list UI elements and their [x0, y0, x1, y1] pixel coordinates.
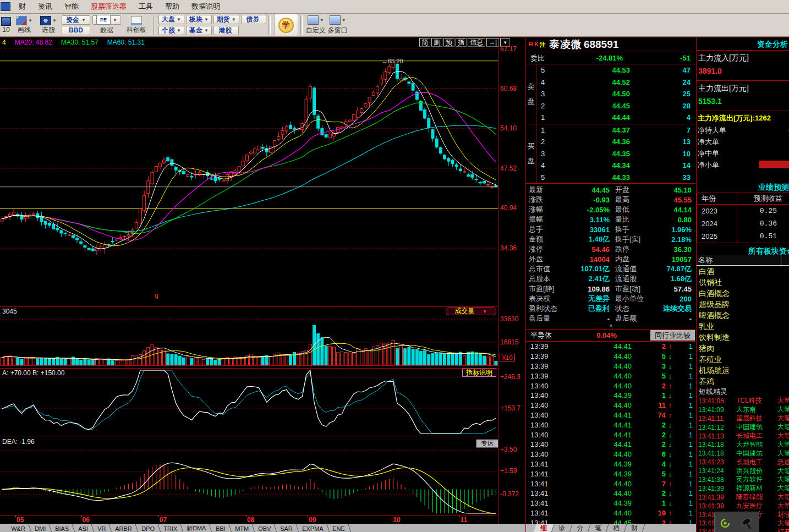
- menu-item[interactable]: 财: [13, 2, 32, 12]
- menu-item[interactable]: 工具: [133, 2, 159, 12]
- sector-item[interactable]: 超级品牌: [697, 299, 789, 310]
- indicator-tab[interactable]: DMI: [29, 524, 52, 532]
- menu-item[interactable]: 资讯: [32, 2, 58, 12]
- trade-direction-icon: ↓: [666, 372, 675, 380]
- market-nav-button[interactable]: 港股: [213, 26, 239, 35]
- pe-button[interactable]: PE▼: [92, 15, 121, 25]
- multi-window-button[interactable]: ▼: [330, 15, 346, 25]
- sector-item[interactable]: 白酒: [697, 266, 789, 277]
- ma-legend: 4MA20: 48.62MA30: 51.57MA60: 51.31: [2, 39, 145, 46]
- indicator-help-button[interactable]: 指标说明: [462, 369, 496, 377]
- alert-row[interactable]: 13:41:18大烨智能大笔: [697, 440, 789, 449]
- axis-label: 60.68: [500, 85, 517, 92]
- indicator-tab[interactable]: 新DMA: [181, 524, 213, 532]
- menu-item[interactable]: 帮助: [159, 2, 185, 12]
- alert-row[interactable]: 13:41:09大东南大笔: [697, 405, 789, 414]
- indicator-tab[interactable]: OBV: [252, 524, 277, 532]
- chart-icon: [1, 17, 11, 26]
- chevron-down-icon: ▼: [52, 18, 57, 23]
- sector-item[interactable]: 养殖业: [697, 354, 789, 365]
- indicator-tab[interactable]: MTM: [229, 524, 255, 532]
- customize-button[interactable]: ▼: [308, 15, 324, 25]
- alert-row[interactable]: 13:41:23长城电工急速: [697, 458, 789, 467]
- toolbar-button-10[interactable]: 10: [0, 14, 12, 36]
- fund-panel: 资金分析 主力流入[万元] 3891.0 主力流出[万元] 5153.1 主力净…: [696, 37, 789, 532]
- quote-tab[interactable]: 诊: [551, 524, 573, 532]
- menu-item[interactable]: 智能: [58, 2, 85, 12]
- time-sales-row: 13:4144.39 1 ↓ 1: [526, 498, 696, 508]
- market-nav-button[interactable]: 期货▼: [213, 15, 239, 24]
- pane-divider: [0, 368, 498, 369]
- indicator-tab[interactable]: TRIX: [158, 524, 184, 532]
- indicator-tab[interactable]: ARBR: [109, 524, 138, 532]
- industry-compare-button[interactable]: 同行业比较: [650, 330, 695, 341]
- indicator-tab[interactable]: EXPMA: [296, 524, 330, 532]
- alert-row[interactable]: 13:41:11国晟科技大笔: [697, 414, 789, 423]
- alert-row[interactable]: 13:41:24洪兴股份大笔: [697, 467, 789, 475]
- stock-pick-button[interactable]: ▼ 选股: [36, 14, 61, 36]
- quote-tab[interactable]: 细: [533, 524, 555, 532]
- time-sales-row: 13:3944.40 5 ↓ 1: [526, 371, 696, 381]
- market-nav-button[interactable]: 债券: [241, 15, 266, 24]
- collapse-arrow[interactable]: ∧: [526, 323, 696, 329]
- market-nav-button[interactable]: 个股▼: [158, 26, 184, 35]
- funds-button[interactable]: 资金▼: [62, 15, 90, 25]
- indicator-tab[interactable]: BBI: [210, 524, 232, 532]
- chevron-down-icon: ▼: [204, 17, 209, 22]
- star-market-button[interactable]: 科创板: [122, 14, 151, 36]
- axis-label: 07: [160, 516, 167, 524]
- time-sales-row: 13:4044.40 6 ↓ 1: [526, 449, 696, 459]
- market-nav-button[interactable]: 基金▼: [186, 26, 212, 35]
- sector-item[interactable]: 猪肉: [697, 343, 789, 354]
- quote-tab[interactable]: 档: [606, 524, 627, 532]
- market-nav-button[interactable]: 大盘▼: [158, 15, 184, 24]
- sector-item[interactable]: 饮料制造: [697, 332, 789, 343]
- chart-mode-button[interactable]: 指: [456, 38, 467, 47]
- alert-row[interactable]: 13:41:12中国建筑大笔: [697, 423, 789, 432]
- ask-row: 244.4528: [536, 100, 696, 112]
- sector-item[interactable]: 养鸡: [697, 376, 789, 387]
- sector-item[interactable]: 啤酒概念: [697, 310, 789, 321]
- sector-item[interactable]: 白酒概念: [697, 288, 789, 299]
- menu-item[interactable]: 股票筛选器: [85, 2, 133, 12]
- indicator-tab[interactable]: ENE: [326, 524, 351, 532]
- zone-button[interactable]: 专区: [476, 440, 498, 448]
- weibi-value: -24.81%: [562, 54, 623, 62]
- trade-direction-icon: ↑: [666, 480, 675, 488]
- market-nav-button[interactable]: 板块▼: [186, 15, 212, 24]
- sector-item[interactable]: 乳业: [697, 321, 789, 332]
- toolbar-separator: [269, 15, 271, 35]
- axis-label: +153.7: [500, 404, 520, 412]
- alert-row[interactable]: 13:41:06TCL科技大笔: [697, 397, 789, 405]
- chart-mode-button[interactable]: 预: [443, 38, 454, 47]
- alert-row[interactable]: 13:41:39九安医疗大笔: [697, 502, 789, 511]
- alert-row[interactable]: 13:41:39祥源新材大笔: [697, 484, 789, 493]
- sector-item[interactable]: 机场航运: [697, 365, 789, 376]
- chart-mode-button[interactable]: 删: [431, 38, 442, 47]
- alert-row[interactable]: 13:41:18中国建筑大笔: [697, 449, 789, 458]
- jump-button[interactable]: →|: [486, 38, 499, 47]
- customize-label: 自定义: [306, 26, 326, 35]
- alert-row[interactable]: 13:41:39隆基绿能大笔: [697, 493, 789, 502]
- quote-tab[interactable]: 笔: [588, 524, 609, 532]
- indicator-tab[interactable]: DPO: [135, 524, 161, 532]
- indicator-tab[interactable]: ASI: [72, 524, 94, 532]
- chart-mode-button[interactable]: 简: [419, 38, 430, 47]
- menu-item[interactable]: 数据说明: [185, 2, 226, 12]
- draw-line-button[interactable]: ▼ 画线: [12, 14, 36, 36]
- indicator-tab[interactable]: W&R: [5, 524, 31, 532]
- axis-label: 08: [247, 516, 254, 524]
- notification-popup[interactable]: [714, 512, 759, 532]
- bbd-button[interactable]: BBD: [62, 26, 90, 35]
- alert-row[interactable]: 13:41:38英方软件大笔: [697, 475, 789, 484]
- chart-mode-button[interactable]: 信息: [468, 38, 485, 47]
- volume-indicator-dropdown[interactable]: 成交量▼: [446, 307, 496, 315]
- quote-tab[interactable]: 财: [624, 524, 645, 532]
- quote-tab[interactable]: 分: [569, 524, 591, 532]
- sector-item[interactable]: 供销社: [697, 277, 789, 288]
- indicator-tab[interactable]: SAR: [274, 524, 299, 532]
- industry-row: 半导体 0.04% 同行业比较: [526, 329, 696, 342]
- learn-button[interactable]: 学: [274, 14, 298, 36]
- alert-row[interactable]: 13:41:13长城电工大笔: [697, 432, 789, 441]
- indicator-tab[interactable]: BIAS: [49, 524, 75, 532]
